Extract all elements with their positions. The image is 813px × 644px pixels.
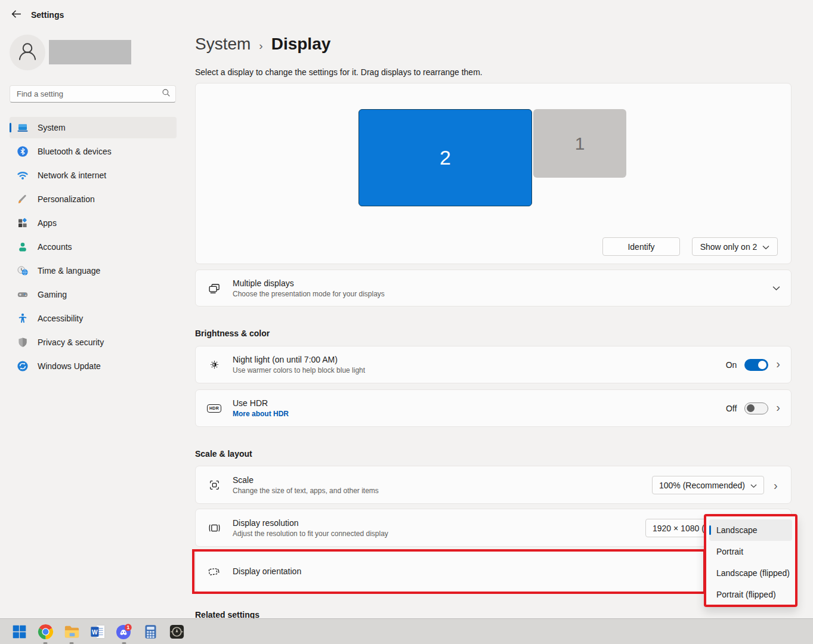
use-hdr-row[interactable]: HDR Use HDR More about HDR Off ›: [195, 389, 792, 427]
bluetooth-icon: [17, 145, 29, 157]
night-light-title: Night light (on until 7:00 AM): [233, 355, 726, 364]
discord-icon[interactable]: 1: [115, 623, 133, 640]
sidebar-item-label: Bluetooth & devices: [38, 147, 112, 156]
night-light-state: On: [726, 360, 737, 370]
orientation-option-portrait-flipped[interactable]: Portrait (flipped): [709, 584, 792, 605]
account-name-redacted: [49, 40, 131, 64]
show-only-label: Show only on 2: [700, 242, 758, 252]
breadcrumb-system[interactable]: System: [195, 35, 251, 54]
sidebar-item-apps[interactable]: Apps: [10, 212, 177, 234]
section-brightness-color: Brightness & color: [195, 329, 270, 338]
shield-icon: [17, 336, 29, 348]
sidebar-item-bluetooth-devices[interactable]: Bluetooth & devices: [10, 141, 177, 162]
svg-text:W: W: [92, 628, 98, 635]
wifi-icon: [17, 169, 29, 181]
avatar[interactable]: [10, 35, 45, 70]
sidebar-item-label: Windows Update: [38, 361, 101, 371]
chevron-right-icon[interactable]: ›: [774, 479, 778, 493]
night-light-icon: [196, 358, 233, 371]
sidebar-item-personalization[interactable]: Personalization: [10, 188, 177, 210]
start-button-icon[interactable]: [10, 623, 28, 640]
sidebar-item-label: Accessibility: [38, 314, 83, 323]
search-icon[interactable]: [162, 88, 171, 100]
display-resolution-icon: [196, 521, 233, 535]
section-scale-layout: Scale & layout: [195, 449, 252, 459]
window-title: Settings: [31, 10, 64, 20]
person-icon: [14, 38, 41, 67]
chevron-right-icon[interactable]: ›: [776, 358, 780, 371]
multiple-displays-icon: [196, 281, 233, 295]
more-about-hdr-link[interactable]: More about HDR: [233, 410, 726, 418]
sidebar-item-label: Network & internet: [38, 171, 106, 180]
discord-badge: 1: [126, 624, 129, 630]
word-icon[interactable]: W: [89, 623, 107, 640]
sidebar-item-label: Privacy & security: [38, 338, 104, 347]
update-icon: [17, 360, 29, 372]
calculator-icon[interactable]: [141, 623, 159, 640]
sidebar-item-label: Time & language: [38, 266, 100, 275]
display-arrangement-panel: 2 1 Identify Show only on 2: [195, 83, 792, 264]
accessibility-icon: [17, 312, 29, 324]
back-button[interactable]: [8, 7, 24, 23]
display-orientation-row[interactable]: Display orientation: [195, 550, 792, 592]
chevron-down-icon[interactable]: [772, 283, 780, 293]
paintbrush-icon: [17, 193, 29, 205]
night-light-row[interactable]: Night light (on until 7:00 AM) Use warme…: [195, 346, 792, 383]
use-hdr-state: Off: [726, 404, 737, 413]
scale-value-dropdown[interactable]: 100% (Recommended): [652, 476, 764, 494]
sidebar-item-accessibility[interactable]: Accessibility: [10, 308, 177, 329]
identify-button[interactable]: Identify: [602, 237, 680, 256]
sidebar-item-accounts[interactable]: Accounts: [10, 236, 177, 258]
search-input[interactable]: [17, 89, 162, 98]
sidebar-item-label: Gaming: [38, 290, 67, 299]
page-subtitle: Select a display to change the settings …: [195, 67, 483, 77]
system-icon: [17, 122, 29, 134]
hdr-icon: HDR: [196, 404, 233, 413]
resolution-value: 1920 × 1080 (: [653, 524, 704, 533]
sidebar-item-label: System: [38, 123, 66, 132]
sidebar-item-label: Personalization: [38, 194, 95, 204]
sidebar-item-system[interactable]: System: [10, 117, 177, 138]
sidebar-item-windows-update[interactable]: Windows Update: [10, 355, 177, 377]
orientation-option-portrait[interactable]: Portrait: [709, 541, 792, 562]
taskbar: W 1: [0, 618, 813, 644]
chevron-down-icon: [762, 242, 769, 252]
use-hdr-title: Use HDR: [233, 398, 726, 408]
gamepad-icon: [17, 289, 29, 301]
sidebar-item-gaming[interactable]: Gaming: [10, 284, 177, 305]
sidebar-item-time-language[interactable]: Time & language: [10, 260, 177, 281]
page-title: Display: [271, 35, 331, 54]
accounts-icon: [17, 241, 29, 253]
sidebar-item-network-internet[interactable]: Network & internet: [10, 165, 177, 186]
sidebar-item-privacy-security[interactable]: Privacy & security: [10, 332, 177, 353]
chrome-icon[interactable]: [36, 623, 54, 640]
file-explorer-icon[interactable]: [63, 623, 81, 640]
show-only-dropdown[interactable]: Show only on 2: [692, 237, 778, 256]
chevron-right-icon[interactable]: ›: [776, 401, 780, 415]
breadcrumb: System › Display: [195, 35, 330, 54]
night-light-toggle[interactable]: [744, 359, 768, 371]
orientation-option-landscape[interactable]: Landscape: [709, 519, 792, 541]
orientation-option-landscape-flipped[interactable]: Landscape (flipped): [709, 562, 792, 584]
sidebar-item-label: Accounts: [38, 242, 72, 252]
back-arrow-icon: [11, 9, 21, 21]
orientation-dropdown-menu: Landscape Portrait Landscape (flipped) P…: [704, 514, 797, 607]
windows-settings-display-screen: { "window": { "title": "Settings" }, "si…: [0, 0, 813, 644]
search-box[interactable]: [10, 85, 176, 103]
night-light-subtitle: Use warmer colors to help block blue lig…: [233, 366, 726, 374]
multiple-displays-row[interactable]: Multiple displays Choose the presentatio…: [195, 270, 792, 306]
apps-icon: [17, 217, 29, 229]
sidebar-nav: System Bluetooth & devices Network & int…: [0, 117, 186, 379]
multiple-displays-subtitle: Choose the presentation mode for your di…: [233, 290, 772, 298]
world-of-tanks-icon[interactable]: [168, 623, 186, 640]
scale-value: 100% (Recommended): [659, 481, 745, 490]
monitor-2[interactable]: 2: [358, 109, 532, 206]
use-hdr-toggle[interactable]: [744, 402, 768, 414]
scale-icon: [196, 478, 233, 492]
chevron-down-icon: [750, 481, 757, 490]
display-orientation-title: Display orientation: [233, 566, 780, 576]
clock-globe-icon: [17, 265, 29, 277]
monitor-1[interactable]: 1: [533, 109, 626, 178]
display-orientation-icon: [196, 564, 233, 578]
sidebar-item-label: Apps: [38, 218, 57, 228]
